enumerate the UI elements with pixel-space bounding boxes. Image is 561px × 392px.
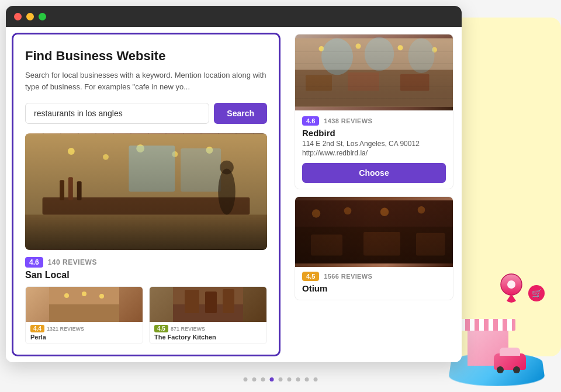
car	[494, 353, 526, 370]
svg-rect-47	[416, 233, 445, 256]
svg-rect-39	[295, 200, 453, 263]
small-badge-0: 4.4	[30, 325, 44, 332]
svg-rect-17	[49, 304, 119, 322]
svg-point-50	[507, 280, 515, 289]
bottom-business-card: 4.5 1566 REVIEWS Otium	[295, 196, 453, 300]
dot-8[interactable]	[305, 377, 309, 381]
svg-rect-28	[306, 75, 332, 91]
bottom-results: 4.4 1321 REVIEWS Perla	[25, 286, 267, 344]
dot-5[interactable]	[279, 377, 283, 381]
svg-rect-25	[223, 289, 234, 313]
svg-point-37	[408, 39, 435, 73]
top-card-badge: 4.6	[302, 116, 319, 126]
right-panel: 4.6 1438 REVIEWS Redbird 114 E 2nd St, L…	[286, 27, 462, 362]
small-result-info-1: 4.5 871 REVIEWS The Factory Kitchen	[150, 322, 266, 344]
search-button[interactable]: Search	[214, 103, 267, 124]
main-rating-badge: 4.6	[25, 257, 43, 268]
svg-rect-30	[400, 74, 430, 91]
dot-3[interactable]	[261, 377, 265, 381]
svg-point-33	[398, 45, 403, 50]
bottom-card-image	[295, 197, 453, 267]
svg-rect-27	[295, 70, 453, 107]
svg-point-44	[418, 206, 425, 214]
browser-window: Find Business Website Search for local b…	[6, 6, 462, 362]
location-pin-icon	[500, 273, 523, 307]
dot-6[interactable]	[288, 377, 292, 381]
choose-button[interactable]: Choose	[302, 163, 446, 183]
traffic-light-yellow[interactable]	[26, 13, 34, 20]
top-card-rating-row: 4.6 1438 REVIEWS	[302, 116, 446, 126]
svg-rect-45	[311, 235, 342, 256]
browser-titlebar	[6, 6, 462, 27]
small-result-img-0	[26, 287, 143, 322]
svg-point-42	[344, 207, 352, 215]
small-result-0[interactable]: 4.4 1321 REVIEWS Perla	[25, 286, 143, 344]
small-rating-1: 4.5 871 REVIEWS	[154, 325, 262, 332]
svg-rect-1	[25, 214, 267, 249]
svg-rect-15	[25, 134, 267, 249]
pagination-dots	[244, 377, 318, 381]
svg-rect-38	[295, 39, 453, 107]
small-reviews-0: 1321 REVIEWS	[47, 326, 84, 332]
main-rating-row: 4.6 140 REVIEWS	[25, 257, 267, 268]
small-rating-0: 4.4 1321 REVIEWS	[30, 325, 138, 332]
bottom-card-reviews: 1566 REVIEWS	[324, 273, 372, 280]
svg-rect-40	[295, 227, 453, 263]
svg-point-36	[365, 37, 394, 71]
svg-rect-46	[363, 232, 400, 256]
small-badge-1: 4.5	[154, 325, 168, 332]
top-card-body: 4.6 1438 REVIEWS Redbird 114 E 2nd St, L…	[295, 110, 453, 189]
svg-rect-23	[185, 290, 199, 313]
top-card-image	[295, 34, 453, 110]
bottom-card-badge: 4.5	[302, 272, 319, 281]
top-card-url: http://www.redbird.la/	[302, 149, 446, 157]
search-row: Search	[25, 103, 267, 124]
main-restaurant-image	[25, 133, 267, 250]
svg-point-32	[356, 44, 361, 49]
top-business-card: 4.6 1438 REVIEWS Redbird 114 E 2nd St, L…	[295, 34, 453, 189]
shop-roof	[460, 319, 515, 331]
dot-4-active[interactable]	[270, 377, 274, 381]
main-reviews-text: 140 REVIEWS	[48, 258, 97, 266]
bottom-card-rating-row: 4.5 1566 REVIEWS	[302, 272, 446, 281]
traffic-light-green[interactable]	[39, 13, 46, 20]
panel-title: Find Business Website	[25, 48, 267, 64]
svg-rect-24	[205, 292, 217, 313]
svg-rect-29	[348, 72, 379, 91]
svg-point-34	[432, 47, 437, 53]
search-input[interactable]	[25, 103, 209, 124]
svg-point-18	[64, 293, 69, 298]
small-name-1: The Factory Kitchen	[154, 334, 262, 341]
traffic-light-red[interactable]	[14, 13, 22, 20]
left-panel: Find Business Website Search for local b…	[12, 33, 280, 356]
svg-point-35	[321, 39, 353, 75]
small-result-info-0: 4.4 1321 REVIEWS Perla	[26, 322, 143, 344]
browser-content: Find Business Website Search for local b…	[6, 27, 462, 362]
top-card-name: Redbird	[302, 128, 446, 138]
svg-rect-26	[295, 39, 453, 107]
svg-point-20	[99, 294, 104, 299]
top-card-address: 114 E 2nd St, Los Angeles, CA 90012	[302, 140, 446, 148]
bottom-card-name: Otium	[302, 283, 446, 293]
bottom-card-body: 4.5 1566 REVIEWS Otium	[295, 267, 453, 300]
svg-rect-48	[295, 200, 453, 263]
dot-7[interactable]	[296, 377, 300, 381]
svg-point-19	[82, 292, 86, 296]
dot-9[interactable]	[314, 377, 318, 381]
top-card-reviews: 1438 REVIEWS	[324, 117, 372, 124]
small-result-img-1	[150, 287, 266, 322]
svg-point-41	[312, 209, 320, 217]
small-name-0: Perla	[30, 334, 138, 341]
dot-2[interactable]	[252, 377, 257, 381]
cart-badge-icon: 🛒	[528, 285, 545, 301]
svg-point-43	[380, 208, 389, 216]
small-reviews-1: 871 REVIEWS	[171, 326, 205, 332]
panel-description: Search for local businesses with a keywo…	[25, 70, 267, 92]
dot-1[interactable]	[244, 377, 248, 381]
small-result-1[interactable]: 4.5 871 REVIEWS The Factory Kitchen	[149, 286, 267, 344]
svg-point-31	[319, 46, 324, 51]
main-business-name: San Local	[25, 270, 267, 280]
